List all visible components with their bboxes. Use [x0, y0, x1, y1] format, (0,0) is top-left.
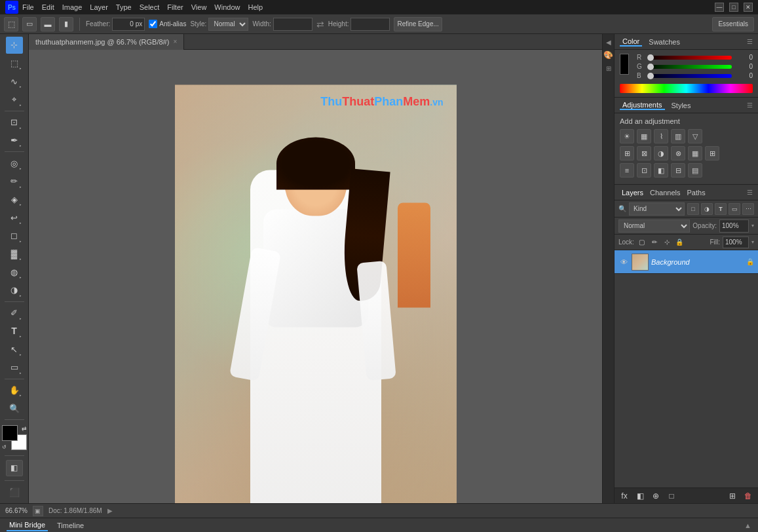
swatches-tab[interactable]: Swatches	[646, 38, 683, 46]
marquee-row-icon[interactable]: ▬	[41, 17, 55, 31]
color-balance-button[interactable]: ⊠	[637, 146, 651, 161]
fill-input[interactable]	[723, 237, 749, 248]
channel-b-slider[interactable]	[647, 74, 732, 78]
layers-kind-select[interactable]: Kind	[629, 202, 685, 216]
levels-button[interactable]: ▦	[637, 129, 651, 143]
file-tab[interactable]: thuthuatphanmem.jpg @ 66.7% (RGB/8#) ×	[29, 34, 184, 50]
filter-type-button[interactable]: T	[715, 203, 727, 215]
filter-shape-button[interactable]: ▭	[729, 203, 740, 215]
hue-saturation-button[interactable]: ⊞	[620, 146, 634, 161]
vibrance-button[interactable]: ▽	[688, 129, 702, 143]
channel-g-slider[interactable]	[647, 65, 732, 69]
menu-file[interactable]: File	[22, 3, 34, 11]
feather-input[interactable]	[112, 18, 145, 31]
canvas-scroll[interactable]: ThuThuatPhanMem.vn	[29, 50, 602, 503]
gradient-button[interactable]: ▓ ▸	[6, 246, 23, 263]
filter-smart-button[interactable]: ⋯	[742, 203, 754, 215]
antialias-check[interactable]	[149, 20, 157, 28]
selective-color-button[interactable]: ▤	[688, 163, 702, 178]
reset-colors-icon[interactable]: ↺	[2, 444, 7, 450]
marquee-rect-icon[interactable]: ▭	[22, 17, 37, 31]
color-spectrum-bar[interactable]	[620, 84, 753, 93]
channel-r-slider[interactable]	[647, 56, 732, 60]
styles-tab[interactable]: Styles	[669, 102, 694, 109]
lock-move-button[interactable]: ⊹	[662, 237, 672, 248]
layer-item-background[interactable]: 👁 Background 🔒	[615, 250, 758, 274]
layer-visibility-eye[interactable]: 👁	[618, 257, 629, 267]
doc-info-arrow[interactable]: ▶	[107, 507, 113, 514]
fill-arrow-icon[interactable]: ▾	[751, 239, 754, 245]
lock-paint-button[interactable]: ✏	[649, 237, 660, 248]
menu-view[interactable]: View	[191, 3, 207, 11]
rectangular-marquee-button[interactable]: ⬚ ▸	[6, 55, 23, 72]
delete-layer-button[interactable]: 🗑	[742, 490, 754, 502]
blur-button[interactable]: ◍ ▸	[6, 263, 23, 280]
new-layer-button[interactable]: ⊞	[727, 490, 738, 502]
height-input[interactable]	[351, 18, 390, 31]
mini-bridge-collapse-icon[interactable]: ▲	[744, 522, 751, 529]
menu-filter[interactable]: Filter	[167, 3, 183, 11]
mini-bridge-tab[interactable]: Mini Bridge	[7, 520, 48, 531]
width-input[interactable]	[273, 18, 313, 31]
menu-image[interactable]: Image	[62, 3, 83, 11]
foreground-color-swatch[interactable]	[2, 425, 18, 441]
type-tool-button[interactable]: T ▸	[6, 323, 23, 340]
eyedropper-button[interactable]: ✒ ▸	[6, 132, 23, 149]
quick-select-button[interactable]: ⌖ ▸	[6, 91, 23, 108]
eraser-button[interactable]: ◻ ▸	[6, 227, 23, 244]
menu-select[interactable]: Select	[140, 3, 160, 11]
dodge-button[interactable]: ◑ ▸	[6, 282, 23, 299]
minimize-button[interactable]: —	[715, 3, 724, 12]
pen-tool-button[interactable]: ✐ ▸	[6, 305, 23, 322]
channels-tab[interactable]: Channels	[648, 189, 682, 197]
color-lookup-button[interactable]: ⊞	[705, 146, 719, 161]
panel-expand-button[interactable]: ◀	[603, 37, 614, 47]
zoom-info-button[interactable]: ▣	[33, 506, 43, 516]
file-tab-close[interactable]: ×	[173, 38, 177, 45]
marquee-col-icon[interactable]: ▮	[59, 17, 73, 31]
close-button[interactable]: ✕	[744, 3, 753, 12]
essentials-button[interactable]: Essentials	[712, 17, 754, 31]
blend-mode-select[interactable]: Normal	[618, 219, 690, 233]
curves-button[interactable]: ⌇	[654, 129, 668, 143]
shape-tool-button[interactable]: ▭ ▸	[6, 359, 23, 376]
clone-stamp-button[interactable]: ◈ ▸	[6, 191, 23, 208]
menu-type[interactable]: Type	[116, 3, 132, 11]
color-tab[interactable]: Color	[620, 37, 642, 47]
screen-mode-button[interactable]: ⬛	[6, 484, 23, 501]
filter-pixel-button[interactable]: □	[687, 203, 699, 215]
filter-adjust-button[interactable]: ◑	[701, 203, 713, 215]
swap-colors-icon[interactable]: ⇄	[22, 425, 27, 432]
quick-mask-button[interactable]: ◧	[6, 460, 23, 477]
path-selection-button[interactable]: ↖ ▸	[6, 341, 23, 358]
black-white-button[interactable]: ◑	[654, 146, 668, 161]
healing-brush-button[interactable]: ◎ ▸	[6, 155, 23, 172]
tool-options-icon[interactable]: ⬚	[4, 17, 18, 31]
panel-icon-1[interactable]: 🎨	[603, 50, 614, 60]
history-brush-button[interactable]: ↩ ▸	[6, 209, 23, 226]
layers-panel-menu-button[interactable]: ☰	[747, 189, 753, 196]
crop-tool-button[interactable]: ⊡ ▸	[6, 114, 23, 131]
menu-help[interactable]: Help	[248, 3, 263, 11]
posterize-button[interactable]: ⊡	[637, 163, 651, 178]
lock-all-button[interactable]: 🔒	[674, 237, 685, 248]
paths-tab[interactable]: Paths	[685, 189, 708, 197]
brightness-contrast-button[interactable]: ☀	[620, 129, 634, 143]
lasso-tool-button[interactable]: ∿ ▸	[6, 73, 23, 90]
adjustments-panel-menu-button[interactable]: ☰	[747, 102, 753, 109]
menu-window[interactable]: Window	[214, 3, 240, 11]
new-group-button[interactable]: □	[666, 490, 677, 502]
menu-edit[interactable]: Edit	[42, 3, 54, 11]
panel-icon-2[interactable]: ⊞	[603, 63, 614, 73]
photo-filter-button[interactable]: ⊗	[671, 146, 685, 161]
layers-tab[interactable]: Layers	[620, 189, 645, 197]
exposure-button[interactable]: ▥	[671, 129, 685, 143]
swap-icon[interactable]: ⇄	[316, 19, 324, 29]
channel-mixer-button[interactable]: ▦	[688, 146, 702, 161]
gradient-map-button[interactable]: ⊟	[671, 163, 685, 178]
style-select[interactable]: Normal	[208, 18, 248, 31]
refine-edge-button[interactable]: Refine Edge...	[394, 17, 442, 31]
brush-tool-button[interactable]: ✏ ▸	[6, 173, 23, 190]
opacity-arrow-icon[interactable]: ▾	[751, 223, 754, 229]
menu-layer[interactable]: Layer	[90, 3, 108, 11]
